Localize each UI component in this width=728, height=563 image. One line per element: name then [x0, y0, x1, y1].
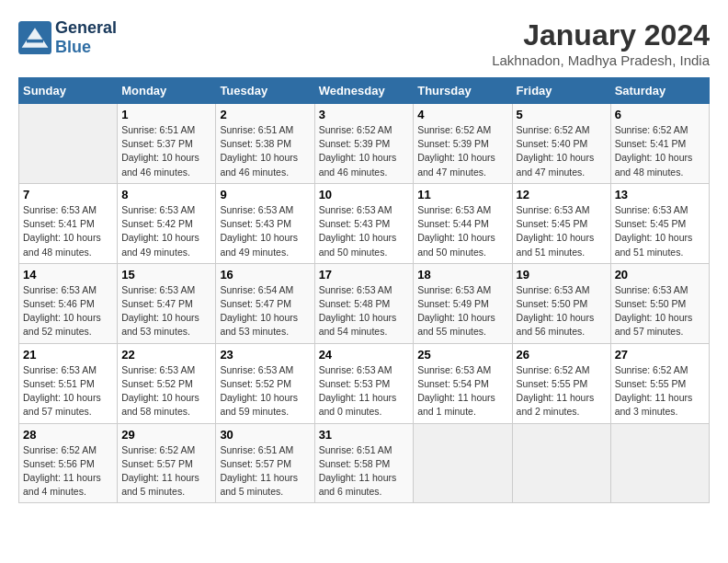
day-number: 11 — [417, 188, 507, 201]
column-header-friday: Friday — [512, 78, 610, 104]
day-info: Sunrise: 6:52 AM Sunset: 5:57 PM Dayligh… — [121, 443, 211, 500]
day-number: 9 — [220, 188, 310, 201]
calendar-cell: 2Sunrise: 6:51 AM Sunset: 5:38 PM Daylig… — [216, 104, 314, 184]
svg-rect-2 — [27, 40, 43, 43]
day-info: Sunrise: 6:53 AM Sunset: 5:43 PM Dayligh… — [220, 203, 310, 259]
calendar-cell: 26Sunrise: 6:52 AM Sunset: 5:55 PM Dayli… — [512, 343, 610, 423]
day-number: 18 — [417, 268, 507, 282]
day-number: 4 — [417, 108, 507, 121]
day-number: 2 — [220, 108, 310, 121]
calendar-cell: 24Sunrise: 6:53 AM Sunset: 5:53 PM Dayli… — [314, 343, 414, 423]
calendar-cell: 10Sunrise: 6:53 AM Sunset: 5:43 PM Dayli… — [314, 183, 414, 263]
day-number: 16 — [220, 268, 310, 282]
calendar-cell: 3Sunrise: 6:52 AM Sunset: 5:39 PM Daylig… — [314, 104, 414, 184]
calendar-cell: 12Sunrise: 6:53 AM Sunset: 5:45 PM Dayli… — [512, 183, 610, 263]
day-info: Sunrise: 6:52 AM Sunset: 5:56 PM Dayligh… — [23, 443, 113, 500]
month-title: January 2024 — [492, 18, 710, 52]
logo-text: General Blue — [55, 18, 117, 57]
calendar-table: SundayMondayTuesdayWednesdayThursdayFrid… — [18, 77, 710, 503]
day-number: 10 — [319, 188, 410, 201]
day-number: 8 — [121, 188, 211, 201]
day-number: 22 — [121, 348, 211, 362]
title-block: January 2024 Lakhnadon, Madhya Pradesh, … — [492, 18, 710, 68]
calendar-cell: 18Sunrise: 6:53 AM Sunset: 5:49 PM Dayli… — [414, 263, 512, 343]
day-info: Sunrise: 6:52 AM Sunset: 5:55 PM Dayligh… — [615, 363, 705, 419]
location: Lakhnadon, Madhya Pradesh, India — [492, 52, 710, 68]
column-header-sunday: Sunday — [19, 78, 118, 104]
day-number: 26 — [517, 348, 607, 362]
day-number: 1 — [121, 108, 211, 121]
calendar-cell — [610, 423, 709, 503]
day-number: 27 — [615, 348, 705, 362]
day-info: Sunrise: 6:53 AM Sunset: 5:44 PM Dayligh… — [417, 203, 507, 259]
day-number: 15 — [121, 268, 211, 282]
page-header: General Blue January 2024 Lakhnadon, Mad… — [18, 18, 710, 68]
day-info: Sunrise: 6:53 AM Sunset: 5:53 PM Dayligh… — [319, 363, 410, 419]
day-info: Sunrise: 6:53 AM Sunset: 5:42 PM Dayligh… — [121, 203, 211, 259]
day-number: 14 — [23, 268, 113, 282]
day-number: 28 — [23, 428, 113, 442]
calendar-cell: 15Sunrise: 6:53 AM Sunset: 5:47 PM Dayli… — [118, 263, 216, 343]
day-info: Sunrise: 6:53 AM Sunset: 5:54 PM Dayligh… — [417, 363, 507, 419]
calendar-cell: 21Sunrise: 6:53 AM Sunset: 5:51 PM Dayli… — [19, 343, 118, 423]
calendar-cell: 22Sunrise: 6:53 AM Sunset: 5:52 PM Dayli… — [118, 343, 216, 423]
column-header-wednesday: Wednesday — [314, 78, 414, 104]
calendar-cell: 23Sunrise: 6:53 AM Sunset: 5:52 PM Dayli… — [216, 343, 314, 423]
day-info: Sunrise: 6:53 AM Sunset: 5:45 PM Dayligh… — [517, 203, 607, 259]
calendar-cell: 27Sunrise: 6:52 AM Sunset: 5:55 PM Dayli… — [610, 343, 709, 423]
calendar-cell: 30Sunrise: 6:51 AM Sunset: 5:57 PM Dayli… — [216, 423, 314, 503]
day-info: Sunrise: 6:53 AM Sunset: 5:52 PM Dayligh… — [220, 363, 310, 419]
calendar-cell: 16Sunrise: 6:54 AM Sunset: 5:47 PM Dayli… — [216, 263, 314, 343]
calendar-cell: 7Sunrise: 6:53 AM Sunset: 5:41 PM Daylig… — [19, 183, 118, 263]
column-header-monday: Monday — [118, 78, 216, 104]
day-number: 6 — [615, 108, 705, 121]
day-info: Sunrise: 6:54 AM Sunset: 5:47 PM Dayligh… — [220, 283, 310, 339]
column-header-tuesday: Tuesday — [216, 78, 314, 104]
calendar-cell: 6Sunrise: 6:52 AM Sunset: 5:41 PM Daylig… — [610, 104, 709, 184]
day-number: 7 — [23, 188, 113, 201]
calendar-cell — [512, 423, 610, 503]
day-info: Sunrise: 6:53 AM Sunset: 5:51 PM Dayligh… — [23, 363, 113, 419]
day-info: Sunrise: 6:51 AM Sunset: 5:38 PM Dayligh… — [220, 123, 310, 179]
calendar-cell: 8Sunrise: 6:53 AM Sunset: 5:42 PM Daylig… — [118, 183, 216, 263]
calendar-cell: 1Sunrise: 6:51 AM Sunset: 5:37 PM Daylig… — [118, 104, 216, 184]
day-info: Sunrise: 6:53 AM Sunset: 5:47 PM Dayligh… — [121, 283, 211, 339]
day-number: 3 — [319, 108, 410, 121]
day-number: 23 — [220, 348, 310, 362]
week-row-5: 28Sunrise: 6:52 AM Sunset: 5:56 PM Dayli… — [19, 423, 710, 503]
day-number: 30 — [220, 428, 310, 442]
calendar-cell: 4Sunrise: 6:52 AM Sunset: 5:39 PM Daylig… — [414, 104, 512, 184]
day-info: Sunrise: 6:51 AM Sunset: 5:57 PM Dayligh… — [220, 443, 310, 500]
day-info: Sunrise: 6:52 AM Sunset: 5:39 PM Dayligh… — [417, 123, 507, 179]
calendar-cell: 5Sunrise: 6:52 AM Sunset: 5:40 PM Daylig… — [512, 104, 610, 184]
day-info: Sunrise: 6:52 AM Sunset: 5:39 PM Dayligh… — [319, 123, 410, 179]
day-number: 24 — [319, 348, 410, 362]
calendar-cell: 9Sunrise: 6:53 AM Sunset: 5:43 PM Daylig… — [216, 183, 314, 263]
day-info: Sunrise: 6:53 AM Sunset: 5:46 PM Dayligh… — [23, 283, 113, 339]
calendar-cell: 31Sunrise: 6:51 AM Sunset: 5:58 PM Dayli… — [314, 423, 414, 503]
column-header-saturday: Saturday — [610, 78, 709, 104]
day-number: 12 — [517, 188, 607, 201]
day-number: 29 — [121, 428, 211, 442]
calendar-cell: 20Sunrise: 6:53 AM Sunset: 5:50 PM Dayli… — [610, 263, 709, 343]
calendar-cell: 11Sunrise: 6:53 AM Sunset: 5:44 PM Dayli… — [414, 183, 512, 263]
day-number: 31 — [319, 428, 410, 442]
day-info: Sunrise: 6:53 AM Sunset: 5:41 PM Dayligh… — [23, 203, 113, 259]
calendar-cell: 14Sunrise: 6:53 AM Sunset: 5:46 PM Dayli… — [19, 263, 118, 343]
logo-icon — [18, 21, 51, 54]
day-info: Sunrise: 6:53 AM Sunset: 5:52 PM Dayligh… — [121, 363, 211, 419]
day-number: 19 — [517, 268, 607, 282]
header-row: SundayMondayTuesdayWednesdayThursdayFrid… — [19, 78, 710, 104]
week-row-3: 14Sunrise: 6:53 AM Sunset: 5:46 PM Dayli… — [19, 263, 710, 343]
week-row-1: 1Sunrise: 6:51 AM Sunset: 5:37 PM Daylig… — [19, 104, 710, 184]
day-number: 5 — [517, 108, 607, 121]
day-info: Sunrise: 6:53 AM Sunset: 5:43 PM Dayligh… — [319, 203, 410, 259]
calendar-cell — [19, 104, 118, 184]
day-info: Sunrise: 6:53 AM Sunset: 5:50 PM Dayligh… — [615, 283, 705, 339]
calendar-cell: 17Sunrise: 6:53 AM Sunset: 5:48 PM Dayli… — [314, 263, 414, 343]
day-info: Sunrise: 6:51 AM Sunset: 5:37 PM Dayligh… — [121, 123, 211, 179]
day-info: Sunrise: 6:51 AM Sunset: 5:58 PM Dayligh… — [319, 443, 410, 500]
day-number: 17 — [319, 268, 410, 282]
logo: General Blue — [18, 18, 117, 57]
day-number: 21 — [23, 348, 113, 362]
